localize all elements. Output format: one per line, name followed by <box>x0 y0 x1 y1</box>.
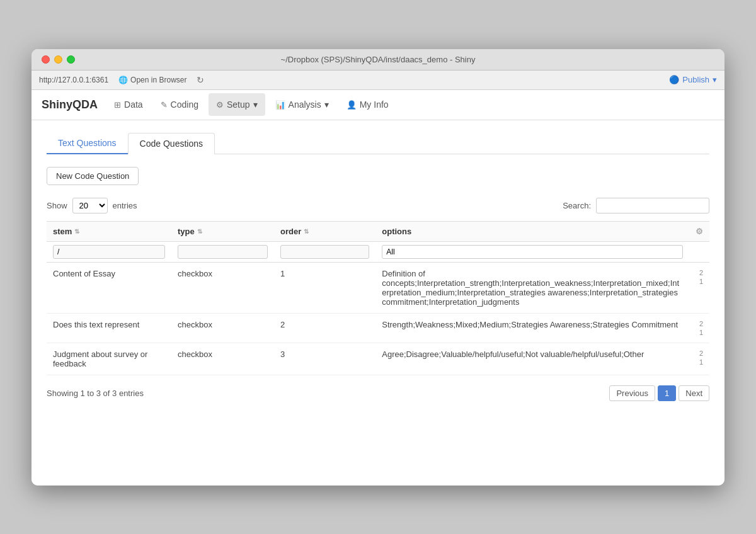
user-icon: 👤 <box>346 100 357 110</box>
search-input[interactable] <box>596 198 709 213</box>
app-logo: ShinyQDA <box>42 98 98 111</box>
gear-icon: ⚙ <box>216 100 224 110</box>
sort-order-icon[interactable]: ⇅ <box>304 228 309 235</box>
maximize-button[interactable] <box>67 55 75 64</box>
nav-item-data[interactable]: ⊞ Data <box>106 93 151 116</box>
th-type: type ⇅ <box>171 221 274 241</box>
pagination-info: Showing 1 to 3 of 3 entries <box>47 389 144 398</box>
cell-actions-3: 2 1 <box>689 343 709 375</box>
content-area: Text Questions Code Questions New Code Q… <box>32 120 724 486</box>
tab-text-questions[interactable]: Text Questions <box>47 133 128 154</box>
filter-order-input[interactable] <box>280 245 369 259</box>
filter-options-input[interactable] <box>382 245 683 259</box>
table-header-row: stem ⇅ type ⇅ order ⇅ <box>47 221 709 241</box>
pagination-bar: Showing 1 to 3 of 3 entries Previous 1 N… <box>47 385 709 401</box>
show-label: Show <box>47 201 67 210</box>
previous-page-button[interactable]: Previous <box>609 385 655 401</box>
action-delete-3[interactable]: 1 <box>696 358 703 366</box>
search-label: Search: <box>563 201 591 210</box>
table-row: Does this text represent checkbox 2 Stre… <box>47 313 709 343</box>
action-edit-1[interactable]: 2 <box>696 269 703 276</box>
analysis-chevron-icon: ▾ <box>324 99 329 110</box>
traffic-lights <box>42 55 75 64</box>
action-edit-2[interactable]: 2 <box>696 320 703 327</box>
publish-icon: 🔵 <box>669 75 679 84</box>
entries-select[interactable]: 10 20 25 50 100 <box>72 198 108 213</box>
pagination-controls: Previous 1 Next <box>609 385 709 401</box>
filter-type-input[interactable] <box>178 245 268 259</box>
refresh-button[interactable]: ↻ <box>197 75 204 85</box>
cell-type-3: checkbox <box>171 343 274 375</box>
cell-order-1: 1 <box>274 262 375 313</box>
title-bar: ~/Dropbox (SPS)/ShinyQDA/inst/daacs_demo… <box>32 49 724 71</box>
nav-item-myinfo[interactable]: 👤 My Info <box>339 93 396 116</box>
minimize-button[interactable] <box>54 55 62 64</box>
entries-label: entries <box>113 201 137 210</box>
sort-type-icon[interactable]: ⇅ <box>197 228 202 235</box>
code-questions-table: stem ⇅ type ⇅ order ⇅ <box>47 221 709 375</box>
next-page-button[interactable]: Next <box>679 385 709 401</box>
show-entries-control: Show 10 20 25 50 100 entries <box>47 198 137 213</box>
filter-stem-input[interactable] <box>53 245 165 259</box>
close-button[interactable] <box>42 55 50 64</box>
url-display: http://127.0.0.1:6361 <box>39 76 108 84</box>
publish-chevron-icon: ▾ <box>713 75 717 84</box>
open-in-browser-button[interactable]: 🌐 Open in Browser <box>115 74 190 86</box>
nav-item-analysis[interactable]: 📊 Analysis ▾ <box>268 93 336 116</box>
nav-item-coding[interactable]: ✎ Coding <box>153 93 206 116</box>
table-row: Judgment about survey or feedback checkb… <box>47 343 709 375</box>
window-title: ~/Dropbox (SPS)/ShinyQDA/inst/daacs_demo… <box>281 55 476 64</box>
sort-stem-icon[interactable]: ⇅ <box>74 228 79 235</box>
nav-bar: ShinyQDA ⊞ Data ✎ Coding ⚙ Setup ▾ 📊 Ana… <box>32 90 724 120</box>
action-delete-2[interactable]: 1 <box>696 329 703 336</box>
cell-stem-2: Does this text represent <box>47 313 171 343</box>
table-row: Content of Essay checkbox 1 Definition o… <box>47 262 709 313</box>
publish-button[interactable]: 🔵 Publish ▾ <box>669 75 717 84</box>
search-box: Search: <box>563 198 709 213</box>
cell-actions-2: 2 1 <box>689 313 709 343</box>
cell-stem-3: Judgment about survey or feedback <box>47 343 171 375</box>
cell-options-1: Definition of concepts;Interpretation_st… <box>375 262 689 313</box>
th-order: order ⇅ <box>274 221 375 241</box>
filter-order-cell <box>274 241 375 262</box>
filter-row <box>47 241 709 262</box>
coding-icon: ✎ <box>161 100 168 110</box>
cell-options-3: Agree;Disagree;Valuable/helpful/useful;N… <box>375 343 689 375</box>
tab-code-questions[interactable]: Code Questions <box>128 133 215 154</box>
filter-options-cell <box>375 241 689 262</box>
nav-item-setup[interactable]: ⚙ Setup ▾ <box>209 93 265 116</box>
filter-actions-cell <box>689 241 709 262</box>
cell-stem-1: Content of Essay <box>47 262 171 313</box>
cell-type-1: checkbox <box>171 262 274 313</box>
cell-order-2: 2 <box>274 313 375 343</box>
page-1-button[interactable]: 1 <box>658 385 676 401</box>
cell-order-3: 3 <box>274 343 375 375</box>
action-edit-3[interactable]: 2 <box>696 349 703 357</box>
cell-type-2: checkbox <box>171 313 274 343</box>
chart-icon: 📊 <box>275 100 285 110</box>
table-icon: ⊞ <box>114 100 121 110</box>
app-window: ~/Dropbox (SPS)/ShinyQDA/inst/daacs_demo… <box>32 49 724 486</box>
th-options: options <box>375 221 689 241</box>
new-code-question-button[interactable]: New Code Question <box>47 167 139 185</box>
th-actions: ⚙ <box>689 221 709 241</box>
setup-chevron-icon: ▾ <box>253 99 258 110</box>
action-delete-1[interactable]: 1 <box>696 278 703 285</box>
filter-stem-cell <box>47 241 171 262</box>
globe-icon: 🌐 <box>118 76 128 84</box>
actions-icon: ⚙ <box>696 227 703 236</box>
cell-options-2: Strength;Weakness;Mixed;Medium;Strategie… <box>375 313 689 343</box>
browser-bar: http://127.0.0.1:6361 🌐 Open in Browser … <box>32 71 724 90</box>
th-stem: stem ⇅ <box>47 221 171 241</box>
table-controls: Show 10 20 25 50 100 entries Search: <box>47 198 709 213</box>
cell-actions-1: 2 1 <box>689 262 709 313</box>
filter-type-cell <box>171 241 274 262</box>
tab-bar: Text Questions Code Questions <box>47 133 709 154</box>
